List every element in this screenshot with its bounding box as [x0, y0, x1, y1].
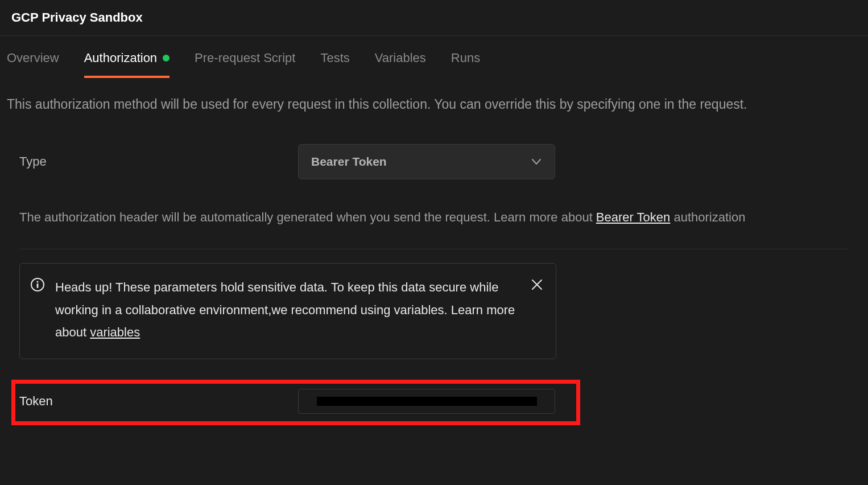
bearer-token-link[interactable]: Bearer Token [596, 210, 670, 224]
auth-type-value: Bearer Token [311, 155, 387, 168]
token-label: Token [19, 394, 298, 409]
auth-type-row: Type Bearer Token [19, 144, 849, 179]
svg-point-1 [36, 281, 38, 282]
tab-overview[interactable]: Overview [7, 38, 59, 78]
token-input[interactable] [298, 389, 555, 414]
tab-variables[interactable]: Variables [375, 38, 426, 78]
variables-link[interactable]: variables [90, 325, 140, 339]
divider [19, 249, 849, 249]
close-icon [531, 278, 543, 291]
tab-tests-label: Tests [320, 51, 349, 65]
alert-message: Heads up! These parameters hold sensitiv… [55, 276, 520, 344]
sensitive-data-alert: Heads up! These parameters hold sensitiv… [19, 263, 556, 359]
auth-help-text: The authorization header will be automat… [19, 207, 849, 229]
tab-runs-label: Runs [451, 51, 480, 65]
tab-authorization[interactable]: Authorization [84, 38, 170, 78]
page-title: GCP Privacy Sandbox [11, 10, 857, 25]
close-alert-button[interactable] [531, 278, 543, 291]
auth-type-label: Type [19, 154, 298, 169]
auth-help-suffix: authorization [670, 210, 745, 224]
tab-prerequest-label: Pre-request Script [195, 51, 295, 65]
unsaved-indicator-icon [163, 55, 170, 61]
tab-prerequest[interactable]: Pre-request Script [195, 38, 295, 78]
token-row: Token [19, 389, 577, 414]
tab-variables-label: Variables [375, 51, 426, 65]
svg-rect-2 [37, 283, 39, 288]
tab-bar: Overview Authorization Pre-request Scrip… [0, 38, 868, 79]
auth-type-select[interactable]: Bearer Token [298, 144, 555, 179]
chevron-down-icon [531, 156, 542, 167]
auth-help-prefix: The authorization header will be automat… [19, 210, 596, 224]
info-icon [30, 277, 45, 292]
auth-description: This authorization method will be used f… [0, 79, 868, 121]
tab-runs[interactable]: Runs [451, 38, 480, 78]
tab-overview-label: Overview [7, 51, 59, 65]
tab-authorization-label: Authorization [84, 51, 157, 65]
tab-tests[interactable]: Tests [320, 38, 349, 78]
token-redacted-value [317, 397, 537, 406]
